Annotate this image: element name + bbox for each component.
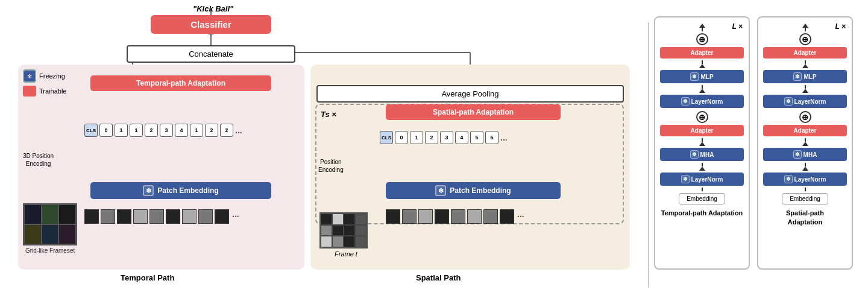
spat-patch-5 [467, 209, 482, 224]
ft-2 [332, 214, 344, 225]
patch-6 [182, 209, 197, 224]
spatial-arch-diagram: L × ⊕ Adapter ❄ MLP [757, 16, 853, 270]
spat-token-3: 3 [440, 131, 453, 144]
legend-trainable: Trainable [23, 86, 66, 97]
grid-label: Grid-like Frameset [25, 247, 75, 254]
mha-freeze-icon: ❄ [690, 150, 699, 159]
arrow-head [699, 24, 705, 28]
mha-label-spatial: MHA [804, 151, 817, 158]
layernorm2-spatial: ❄ LayerNorm [763, 173, 847, 186]
token-cls: CLS [84, 124, 98, 137]
layernorm2-label-spatial: LayerNorm [794, 176, 826, 183]
spat-patch-0 [386, 209, 400, 224]
spat-token-0: 0 [395, 131, 408, 144]
patch-8 [215, 209, 229, 224]
arrow-head [699, 64, 705, 68]
token-ellipsis: ... [235, 125, 242, 135]
adapter-top-spatial: Adapter [763, 47, 847, 59]
adapter-top-temporal: Adapter [660, 47, 744, 59]
mha-freeze-icon-s: ❄ [793, 150, 802, 159]
section-divider [648, 22, 649, 288]
fg-4 [24, 224, 42, 244]
arrow-mha-ln2-temporal [699, 163, 705, 171]
ft-5 [321, 225, 332, 236]
arrow-adapter-mlp-spatial [802, 60, 808, 68]
arrow-mlp-ln-temporal [699, 85, 705, 93]
ft-11 [344, 236, 355, 247]
token-2a: 2 [145, 124, 158, 137]
temporal-tokens: CLS 0 1 1 2 3 4 1 2 2 ... [84, 124, 242, 137]
spat-patch-2 [418, 209, 433, 224]
token-0: 0 [99, 124, 113, 137]
arrow-head [699, 166, 705, 171]
ts-label: Ts × [321, 110, 336, 119]
arrow-head [802, 166, 808, 171]
mlp-label-spatial: MLP [804, 74, 816, 80]
spatial-adaptation-bar: Spatial-path Adaptation [386, 104, 561, 120]
freeze-icon: ❄ [23, 69, 36, 83]
temporal-adaptation-bar: Temporal-path Adaptation [90, 75, 271, 91]
freeze-badge-spatial: ❄ [435, 185, 446, 196]
top-arrow-spatial [802, 24, 808, 31]
spat-patch-3 [435, 209, 449, 224]
spat-patch-1 [402, 209, 417, 224]
mlp-freeze-icon: ❄ [690, 72, 699, 81]
ln2-freeze-icon-s: ❄ [784, 175, 793, 183]
spat-token-6: 6 [485, 131, 498, 144]
mlp-label-temporal: MLP [700, 74, 713, 80]
patch-1 [101, 209, 115, 224]
trainable-label: Trainable [39, 87, 66, 95]
concatenate-box: Concatenate [127, 45, 295, 63]
layernorm1-label-temporal: LayerNorm [691, 98, 723, 105]
position-encoding-label: Position Encoding [318, 158, 344, 174]
layernorm1-label-spatial: LayerNorm [794, 98, 826, 105]
fg-1 [24, 204, 42, 224]
token-1b: 1 [130, 124, 143, 137]
spat-patch-7 [500, 209, 514, 224]
mha-label-temporal: MHA [700, 151, 714, 158]
patch-0 [84, 209, 99, 224]
frameset-image [23, 203, 77, 245]
spat-patch-6 [483, 209, 498, 224]
layernorm1-spatial: ❄ LayerNorm [763, 95, 847, 108]
ft-10 [332, 236, 344, 247]
spatial-inner-box [315, 104, 624, 224]
adapter-bot-temporal: Adapter [660, 125, 744, 136]
ft-1 [321, 214, 332, 225]
ln1-freeze-icon: ❄ [681, 97, 690, 106]
mlp-temporal: ❄ MLP [660, 70, 744, 83]
spat-token-ellipsis: ... [500, 133, 508, 142]
plus-circle-mid-temporal: ⊕ [696, 111, 708, 123]
spat-patch-4 [451, 209, 465, 224]
patch-7 [198, 209, 213, 224]
token-4: 4 [175, 124, 188, 137]
plus-circle-top-spatial: ⊕ [799, 33, 811, 45]
patch-4 [149, 209, 164, 224]
temporal-path-label: Temporal Path [121, 273, 174, 282]
spatial-patch-images: ... [386, 209, 524, 224]
fg-6 [58, 224, 76, 244]
arrow-line [702, 188, 703, 191]
patch-5 [166, 209, 180, 224]
frame-t-image [319, 212, 368, 249]
arrow-head [802, 24, 808, 28]
top-arrow-temporal [699, 24, 705, 31]
arrow-adapter-mha-temporal [699, 138, 705, 146]
arrow-mlp-ln-spatial [802, 85, 808, 93]
spatial-path-label: Spatial Path [416, 273, 461, 282]
spatial-patch-embed-label: Patch Embedding [450, 186, 511, 195]
mlp-freeze-icon-s: ❄ [793, 72, 802, 81]
layernorm2-label-temporal: LayerNorm [691, 176, 723, 183]
frame-t-label: Frame t [335, 250, 357, 258]
mha-spatial: ❄ MHA [763, 148, 847, 161]
ft-6 [332, 225, 344, 236]
spat-patch-ellipsis: ... [517, 209, 524, 224]
plus-circle-top-temporal: ⊕ [696, 33, 708, 45]
avgpool-box: Average Pooling [316, 85, 624, 103]
arrow-line [702, 28, 703, 31]
arrow-adapter-mlp-temporal [699, 60, 705, 68]
ln2-freeze-icon: ❄ [681, 175, 690, 183]
arrow-adapter-mha-spatial [802, 138, 808, 146]
ft-9 [321, 236, 332, 247]
legend: ❄ Freezing Trainable [23, 69, 66, 97]
